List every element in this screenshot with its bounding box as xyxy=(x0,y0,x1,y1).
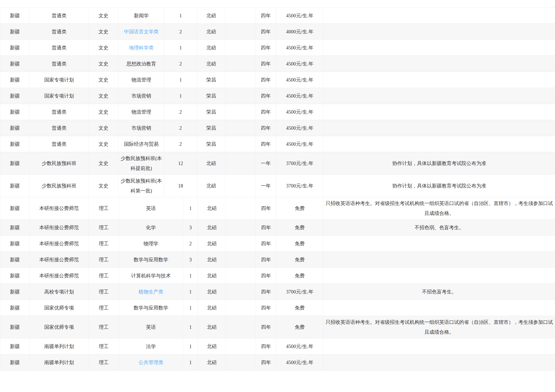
cell-major: 少数民族预科班(本科提前批) xyxy=(118,152,164,175)
cell-major: 植物生产类 xyxy=(119,284,183,300)
cell-subject-type: 文史 xyxy=(89,175,118,197)
cell-province: 新疆 xyxy=(0,104,30,120)
cell-subject-type: 理工 xyxy=(89,236,119,252)
cell-duration: 一年 xyxy=(255,152,276,175)
cell-plan-category: 国家专项计划 xyxy=(30,88,89,104)
cell-duration: 四年 xyxy=(256,220,276,236)
cell-major: 中国语言文学类 xyxy=(118,24,164,40)
major-link[interactable]: 地理科学类 xyxy=(129,45,154,50)
cell-campus: 北碚 xyxy=(198,252,226,268)
cell-duration: 四年 xyxy=(256,300,276,316)
cell-province: 新疆 xyxy=(0,316,30,338)
cell-campus: 北碚 xyxy=(198,236,226,252)
major-link[interactable]: 公共管理类 xyxy=(139,360,163,365)
cell-campus: 北碚 xyxy=(197,152,226,175)
cell-plan-count: 1 xyxy=(164,8,197,24)
cell-remark xyxy=(323,40,555,56)
major-link[interactable]: 中国语言文学类 xyxy=(124,29,159,34)
table-row: 新疆普通类文史国际经济与贸易2荣昌四年4500元/生.年 xyxy=(0,136,555,152)
cell-duration: 四年 xyxy=(256,354,276,371)
cell-duration: 四年 xyxy=(255,24,276,40)
cell-province: 新疆 xyxy=(0,8,30,24)
table-row: 新疆普通类文史物流管理2荣昌四年4500元/生.年 xyxy=(0,104,555,120)
cell-plan-category: 本研衔接公费师范 xyxy=(30,236,89,252)
cell-tuition: 4500元/生.年 xyxy=(276,120,323,136)
cell-remark xyxy=(323,72,555,88)
cell-tuition: 4500元/生.年 xyxy=(276,354,323,371)
table-row: 新疆普通类文史中国语言文学类2北碚四年4000元/生.年 xyxy=(0,24,555,40)
cell-remark xyxy=(323,338,555,354)
cell-blank xyxy=(226,268,256,284)
cell-blank xyxy=(226,354,256,371)
cell-subject-type: 文史 xyxy=(89,88,118,104)
cell-tuition: 3700元/生.年 xyxy=(276,284,323,300)
cell-plan-count: 2 xyxy=(164,120,197,136)
cell-campus: 北碚 xyxy=(197,40,226,56)
cell-major: 市场营销 xyxy=(118,120,164,136)
cell-tuition: 4500元/生.年 xyxy=(276,136,323,152)
cell-province: 新疆 xyxy=(0,56,30,72)
cell-tuition: 4500元/生.年 xyxy=(276,338,323,354)
cell-plan-category: 本研衔接公费师范 xyxy=(30,268,89,284)
cell-province: 新疆 xyxy=(0,24,30,40)
cell-plan-category: 普通类 xyxy=(30,104,89,120)
cell-remark xyxy=(323,120,555,136)
cell-duration: 四年 xyxy=(256,316,276,338)
table-row: 新疆本研衔接公费师范理工物理学2北碚四年免费 xyxy=(0,236,555,252)
cell-major: 物流管理 xyxy=(118,72,164,88)
enrollment-table-section-ligong: 新疆本研衔接公费师范理工英语1北碚四年免费只招收英语语种考生。对省级招生考试机构… xyxy=(0,197,555,371)
cell-province: 新疆 xyxy=(0,354,30,371)
cell-campus: 北碚 xyxy=(198,354,226,371)
cell-tuition: 免费 xyxy=(276,252,323,268)
cell-plan-count: 18 xyxy=(164,175,197,197)
cell-blank xyxy=(226,56,255,72)
cell-tuition: 4500元/生.年 xyxy=(276,40,323,56)
cell-province: 新疆 xyxy=(0,136,30,152)
cell-remark xyxy=(323,236,555,252)
cell-remark xyxy=(323,8,555,24)
cell-plan-count: 2 xyxy=(164,136,197,152)
cell-campus: 北碚 xyxy=(197,8,226,24)
cell-plan-category: 普通类 xyxy=(30,56,89,72)
cell-remark: 协作计划，具体以新疆教育考试院公布为准 xyxy=(323,152,555,175)
cell-plan-category: 普通类 xyxy=(30,24,89,40)
table-row: 新疆少数民族预科班文史少数民族预科班(本科第一批)18北碚一年3700元/生.年… xyxy=(0,175,555,197)
cell-subject-type: 文史 xyxy=(89,120,118,136)
cell-tuition: 4500元/生.年 xyxy=(276,8,323,24)
cell-province: 新疆 xyxy=(0,236,30,252)
table-row: 新疆本研衔接公费师范理工化学3北碚四年免费不招色弱、色盲考生。 xyxy=(0,220,555,236)
cell-blank xyxy=(226,24,255,40)
major-link[interactable]: 植物生产类 xyxy=(139,289,163,294)
cell-province: 新疆 xyxy=(0,40,30,56)
cell-tuition: 4000元/生.年 xyxy=(276,24,323,40)
cell-province: 新疆 xyxy=(0,197,30,220)
cell-tuition: 3700元/生.年 xyxy=(276,152,323,175)
cell-major: 新闻学 xyxy=(118,8,164,24)
cell-duration: 四年 xyxy=(255,72,276,88)
cell-subject-type: 文史 xyxy=(89,152,118,175)
cell-province: 新疆 xyxy=(0,175,30,197)
cell-subject-type: 文史 xyxy=(89,24,118,40)
cell-remark xyxy=(323,24,555,40)
cell-plan-category: 南疆单列计划 xyxy=(30,338,89,354)
cell-blank xyxy=(226,338,256,354)
cell-blank xyxy=(226,300,256,316)
cell-blank xyxy=(226,8,255,24)
cell-tuition: 免费 xyxy=(276,268,323,284)
cell-major: 少数民族预科班(本科第一批) xyxy=(118,175,164,197)
cell-plan-count: 2 xyxy=(164,104,197,120)
cell-major: 英语 xyxy=(119,197,183,220)
cell-tuition: 免费 xyxy=(276,316,323,338)
cell-province: 新疆 xyxy=(0,152,30,175)
cell-duration: 四年 xyxy=(255,40,276,56)
cell-subject-type: 理工 xyxy=(89,284,119,300)
cell-plan-count: 2 xyxy=(164,56,197,72)
cell-blank xyxy=(226,284,256,300)
cell-plan-category: 高校专项计划 xyxy=(30,284,89,300)
table-row: 新疆国家优师专项理工英语1北碚四年免费只招收英语语种考生。对省级招生考试机构统一… xyxy=(0,316,555,338)
cell-tuition: 3700元/生.年 xyxy=(276,175,323,197)
cell-province: 新疆 xyxy=(0,120,30,136)
cell-campus: 北碚 xyxy=(197,56,226,72)
cell-major: 数学与应用数学 xyxy=(119,252,183,268)
cell-plan-count: 1 xyxy=(164,88,197,104)
